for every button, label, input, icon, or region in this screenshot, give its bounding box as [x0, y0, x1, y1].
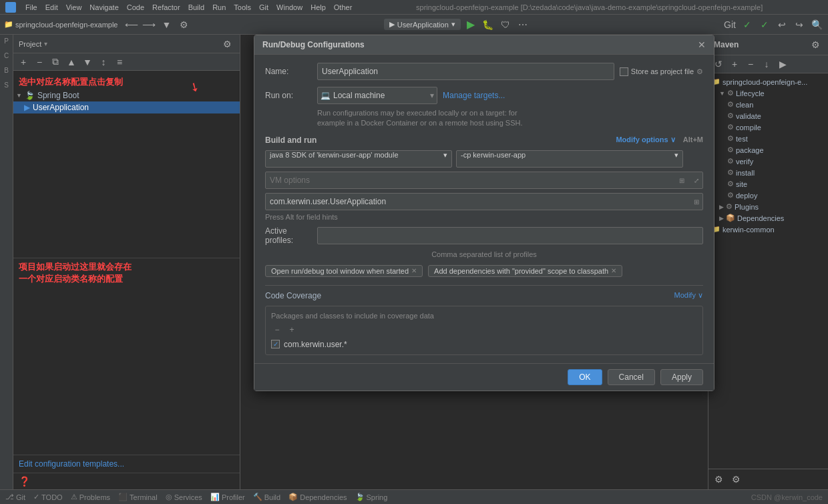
status-terminal[interactable]: ⬛ Terminal: [118, 493, 158, 501]
maven-bottom-gear[interactable]: ⚙: [729, 472, 743, 487]
coverage-checkbox[interactable]: ✓: [271, 340, 280, 348]
services-label: Services: [174, 493, 202, 501]
store-settings-icon[interactable]: ⚙: [696, 67, 703, 76]
maven-remove-btn[interactable]: −: [743, 57, 758, 71]
store-as-checkbox[interactable]: Store as project file ⚙: [620, 67, 703, 76]
tree-user-application[interactable]: ▶ UserApplication: [13, 101, 240, 113]
ok-button[interactable]: OK: [568, 369, 602, 385]
move-down-btn[interactable]: ▼: [80, 55, 95, 69]
maven-add-btn[interactable]: +: [727, 57, 742, 71]
run-on-select[interactable]: 💻 Local machine ▾: [317, 87, 437, 104]
cp-select[interactable]: -cp kerwin-user-app ▾: [456, 150, 683, 168]
menu-view[interactable]: View: [62, 2, 86, 13]
undo-button[interactable]: ↩: [775, 17, 789, 32]
status-services[interactable]: ◎ Services: [166, 493, 202, 501]
maven-project-item[interactable]: 📁 springcloud-openfeign-e...: [708, 76, 828, 87]
menu-tools[interactable]: Tools: [230, 2, 255, 13]
structure-icon[interactable]: S: [1, 81, 12, 92]
move-up-btn[interactable]: ▲: [64, 55, 79, 69]
maven-validate[interactable]: ⚙ validate: [708, 110, 828, 121]
copy-config-btn[interactable]: ⧉: [48, 55, 63, 69]
vm-options-input[interactable]: [265, 172, 703, 189]
maven-run-btn[interactable]: ▶: [775, 57, 790, 71]
panel-settings[interactable]: ⚙: [220, 37, 234, 51]
maven-bottom-settings[interactable]: ⚙: [711, 472, 726, 487]
help-icon[interactable]: ❓: [19, 476, 30, 487]
store-checkbox[interactable]: [620, 67, 628, 76]
add-config-btn[interactable]: +: [16, 55, 31, 69]
main-class-expand[interactable]: ⊞: [694, 198, 699, 205]
vcs-check-btn[interactable]: ✓: [740, 17, 755, 32]
maven-test[interactable]: ⚙ test: [708, 133, 828, 144]
menu-other[interactable]: Other: [330, 2, 357, 13]
dialog-close-button[interactable]: ✕: [698, 39, 706, 50]
tree-spring-boot[interactable]: ▼ 🍃 Spring Boot: [13, 89, 240, 101]
redo-button[interactable]: ↪: [792, 17, 807, 32]
sdk-select[interactable]: java 8 SDK of 'kerwin-user-app' module ▾: [265, 150, 452, 168]
toolbar-btn-4[interactable]: ⚙: [176, 17, 191, 32]
main-class-input[interactable]: [265, 193, 703, 210]
maven-site[interactable]: ⚙ site: [708, 178, 828, 190]
coverage-remove-btn[interactable]: −: [271, 324, 283, 336]
maven-settings-btn[interactable]: ⚙: [808, 37, 823, 52]
status-git[interactable]: ⎇ Git: [5, 493, 25, 501]
cancel-button[interactable]: Cancel: [608, 369, 655, 385]
toolbar-btn-3[interactable]: ▼: [159, 17, 174, 32]
menu-run[interactable]: Run: [208, 2, 230, 13]
toolbar-btn-1[interactable]: ⟵: [124, 17, 139, 32]
menu-navigate[interactable]: Navigate: [85, 2, 122, 13]
tag-dep-close[interactable]: ✕: [611, 267, 616, 274]
menu-help[interactable]: Help: [306, 2, 330, 13]
modify-options-btn[interactable]: Modify options ∨ Alt+M: [616, 136, 703, 144]
vm-arrow-icon[interactable]: ⤢: [694, 176, 699, 184]
menu-edit[interactable]: Edit: [41, 2, 62, 13]
run-with-coverage-button[interactable]: 🛡: [498, 17, 513, 32]
filter-btn[interactable]: ≡: [112, 55, 127, 69]
maven-dependencies-item[interactable]: ▶ 📦 Dependencies: [708, 212, 828, 224]
menu-refactor[interactable]: Refactor: [148, 2, 184, 13]
name-input[interactable]: [317, 63, 614, 80]
vm-expand-icon[interactable]: ⊞: [679, 176, 684, 184]
maven-package[interactable]: ⚙ package: [708, 144, 828, 156]
maven-lifecycle-item[interactable]: ▼ ⚙ Lifecycle: [708, 87, 828, 99]
menu-git[interactable]: Git: [255, 2, 272, 13]
maven-deploy[interactable]: ⚙ deploy: [708, 190, 828, 201]
menu-build[interactable]: Build: [184, 2, 208, 13]
maven-compile[interactable]: ⚙ compile: [708, 121, 828, 133]
play-button[interactable]: ▶: [463, 17, 478, 32]
debug-button[interactable]: 🐛: [481, 17, 495, 32]
search-button[interactable]: 🔍: [809, 17, 824, 32]
maven-download-btn[interactable]: ↓: [759, 57, 774, 71]
toolbar-btn-2[interactable]: ⟶: [142, 17, 156, 32]
menu-window[interactable]: Window: [272, 2, 306, 13]
bookmarks-icon[interactable]: B: [1, 67, 12, 77]
status-build[interactable]: 🔨 Build: [253, 493, 280, 501]
remove-config-btn[interactable]: −: [32, 55, 47, 69]
status-problems[interactable]: ⚠ Problems: [71, 493, 110, 501]
commit-icon[interactable]: C: [1, 52, 12, 63]
status-spring[interactable]: 🍃 Spring: [355, 493, 388, 501]
vcs-push-btn[interactable]: ✓: [757, 17, 772, 32]
maven-install[interactable]: ⚙ install: [708, 167, 828, 178]
apply-button[interactable]: Apply: [660, 369, 703, 385]
maven-kerwin-common[interactable]: 📁 kerwin-common: [708, 224, 828, 235]
project-icon[interactable]: P: [1, 37, 12, 48]
run-config-selector[interactable]: ▶ UserApplication ▾: [384, 19, 461, 30]
maven-clean[interactable]: ⚙ clean: [708, 99, 828, 110]
menu-code[interactable]: Code: [123, 2, 148, 13]
status-profiler[interactable]: 📊 Profiler: [210, 493, 245, 501]
more-run-button[interactable]: ⋯: [515, 17, 530, 32]
sort-btn[interactable]: ↕: [96, 55, 111, 69]
status-todo[interactable]: ✓ TODO: [33, 493, 63, 501]
manage-targets-link[interactable]: Manage targets...: [443, 91, 505, 100]
tag-run-close[interactable]: ✕: [411, 267, 417, 274]
maven-verify[interactable]: ⚙ verify: [708, 156, 828, 167]
status-dependencies[interactable]: 📦 Dependencies: [288, 493, 347, 501]
active-profiles-input[interactable]: [317, 227, 703, 244]
git-button[interactable]: Git: [722, 17, 737, 32]
maven-plugins-item[interactable]: ▶ ⚙ Plugins: [708, 201, 828, 212]
coverage-modify-btn[interactable]: Modify ∨: [674, 291, 703, 300]
menu-file[interactable]: File: [21, 2, 41, 13]
edit-config-templates[interactable]: Edit configuration templates...: [19, 459, 124, 469]
coverage-add-btn[interactable]: +: [286, 324, 298, 336]
